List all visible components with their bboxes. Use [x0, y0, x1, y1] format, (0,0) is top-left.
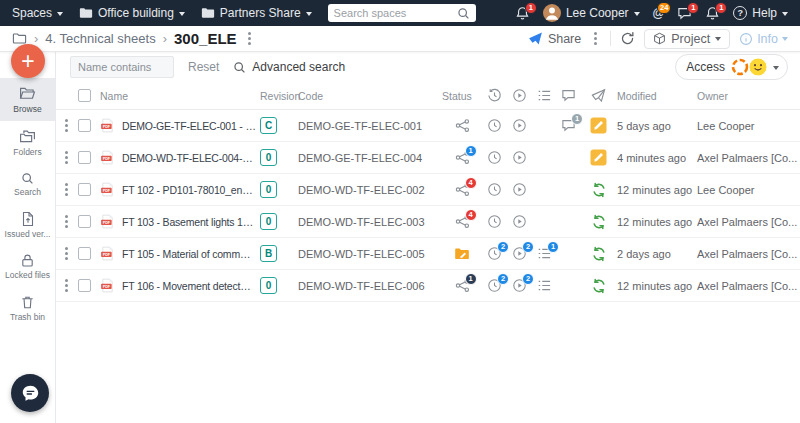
file-name[interactable]: DEMO-WD-TF-ELEC-004-FT 104...: [122, 152, 256, 164]
revision-badge[interactable]: C: [260, 117, 277, 134]
header-status[interactable]: Status: [442, 90, 482, 102]
file-name[interactable]: DEMO-GE-TF-ELEC-001 - FT 101...: [122, 120, 256, 132]
sidebar-item-folders[interactable]: Folders: [0, 121, 55, 164]
sync-workflow-icon[interactable]: [591, 214, 607, 230]
header-revision-history-icon[interactable]: [482, 88, 507, 103]
file-name[interactable]: FT 103 - Basement lights 1x28...: [122, 216, 256, 228]
header-checklist-icon[interactable]: [532, 88, 557, 103]
row-checkbox[interactable]: [78, 151, 91, 164]
revision-history-icon[interactable]: [487, 150, 502, 165]
info-button[interactable]: Info: [739, 32, 788, 46]
file-name[interactable]: FT 105 - Material of common ta...: [122, 248, 256, 260]
workflow-icon[interactable]: [512, 118, 527, 133]
header-revision[interactable]: Revision: [260, 90, 298, 102]
name-filter-input[interactable]: [70, 56, 174, 78]
row-checkbox[interactable]: [78, 215, 91, 228]
sidebar-item-trash-bin[interactable]: Trash bin: [0, 288, 55, 329]
status-flow-icon[interactable]: 1: [455, 150, 470, 165]
project-view-button[interactable]: Project: [644, 29, 730, 49]
row-checkbox[interactable]: [78, 279, 91, 292]
select-all-checkbox[interactable]: [78, 89, 91, 102]
workflow-icon[interactable]: 2: [512, 278, 527, 293]
table-row[interactable]: PDFFT 103 - Basement lights 1x28...0DEMO…: [56, 206, 800, 238]
spaces-search-box[interactable]: [328, 4, 476, 22]
comments-icon[interactable]: 1: [561, 118, 576, 133]
reset-button[interactable]: Reset: [188, 60, 219, 74]
alerts-bell-button[interactable]: 1: [705, 6, 720, 21]
status-flow-icon[interactable]: 4: [455, 214, 470, 229]
workflow-icon[interactable]: [512, 214, 527, 229]
notifications-bell-button[interactable]: 1: [515, 6, 530, 21]
row-menu-button[interactable]: [56, 181, 76, 198]
status-flow-icon[interactable]: [455, 118, 470, 133]
table-row[interactable]: PDFDEMO-GE-TF-ELEC-001 - FT 101...CDEMO-…: [56, 110, 800, 142]
checklist-icon[interactable]: 1: [537, 246, 552, 261]
status-flow-icon[interactable]: 4: [455, 182, 470, 197]
refresh-button[interactable]: [620, 31, 635, 46]
add-document-button[interactable]: +: [11, 44, 45, 78]
row-menu-button[interactable]: [56, 149, 76, 166]
revision-badge[interactable]: 0: [260, 277, 277, 294]
space-selector[interactable]: Office building: [79, 6, 185, 20]
workflow-icon[interactable]: [512, 150, 527, 165]
revision-history-icon[interactable]: [487, 214, 502, 229]
help-menu[interactable]: ? Help: [733, 6, 788, 20]
sync-workflow-icon[interactable]: [591, 246, 607, 262]
mentions-button[interactable]: @ 24: [653, 6, 665, 21]
sidebar-item-search[interactable]: Search: [0, 165, 55, 204]
table-row[interactable]: PDFDEMO-WD-TF-ELEC-004-FT 104...0DEMO-GE…: [56, 142, 800, 174]
user-menu[interactable]: Lee Cooper: [543, 4, 640, 22]
row-checkbox[interactable]: [78, 119, 91, 132]
revision-history-icon[interactable]: [487, 118, 502, 133]
edit-draft-icon[interactable]: [590, 117, 607, 134]
shared-space-selector[interactable]: Partners Share: [201, 6, 312, 20]
revision-badge[interactable]: 0: [260, 213, 277, 230]
advanced-search-button[interactable]: Advanced search: [233, 60, 345, 74]
row-menu-button[interactable]: [56, 213, 76, 230]
table-row[interactable]: PDFFT 105 - Material of common ta...BDEM…: [56, 238, 800, 270]
edit-draft-icon[interactable]: [590, 149, 607, 166]
file-name[interactable]: FT 106 - Movement detector Pa...: [122, 280, 256, 292]
sync-workflow-icon[interactable]: [591, 182, 607, 198]
row-menu-button[interactable]: [56, 277, 76, 294]
checklist-icon[interactable]: [537, 278, 552, 293]
sidebar-item-locked-files[interactable]: Locked files: [0, 246, 55, 287]
revision-badge[interactable]: B: [260, 245, 277, 262]
workflow-icon[interactable]: 2: [512, 246, 527, 261]
row-checkbox[interactable]: [78, 183, 91, 196]
row-menu-button[interactable]: [56, 117, 76, 134]
workflow-icon[interactable]: [512, 182, 527, 197]
draft-status-icon[interactable]: [454, 246, 470, 262]
support-chat-button[interactable]: [11, 374, 49, 412]
spaces-menu[interactable]: Spaces: [12, 6, 63, 20]
table-row[interactable]: PDFFT 106 - Movement detector Pa...0DEMO…: [56, 270, 800, 302]
revision-history-icon[interactable]: 2: [487, 246, 502, 261]
sync-workflow-icon[interactable]: [591, 278, 607, 294]
revision-history-icon[interactable]: 2: [487, 278, 502, 293]
breadcrumb-parent-link[interactable]: 4. Technical sheets: [45, 31, 155, 46]
folder-menu-button[interactable]: [244, 30, 255, 47]
revision-history-icon[interactable]: [487, 182, 502, 197]
spaces-search-input[interactable]: [334, 7, 453, 19]
share-button[interactable]: Share: [528, 31, 581, 46]
status-flow-icon[interactable]: 1: [455, 278, 470, 293]
header-name[interactable]: Name: [100, 90, 260, 102]
header-workflow-icon[interactable]: [507, 88, 532, 103]
revision-badge[interactable]: 0: [260, 181, 277, 198]
messages-button[interactable]: 1: [677, 6, 692, 21]
header-modified[interactable]: Modified: [617, 90, 697, 102]
access-button[interactable]: Access: [675, 54, 788, 80]
more-actions-menu[interactable]: [590, 30, 601, 47]
row-checkbox-cell: [76, 215, 100, 228]
sidebar-item-issued-versions[interactable]: Issued ver...: [0, 204, 55, 246]
file-name[interactable]: FT 102 - PD101-78010_engb.pdf: [122, 184, 256, 196]
revision-badge[interactable]: 0: [260, 149, 277, 166]
sidebar-item-browse[interactable]: Browse: [0, 78, 55, 121]
header-owner[interactable]: Owner: [697, 90, 800, 102]
header-notify-icon[interactable]: [580, 88, 617, 103]
header-comments-icon[interactable]: [557, 88, 580, 103]
row-menu-button[interactable]: [56, 245, 76, 262]
row-checkbox[interactable]: [78, 247, 91, 260]
header-code[interactable]: Code: [298, 90, 442, 102]
table-row[interactable]: PDFFT 102 - PD101-78010_engb.pdf0DEMO-WD…: [56, 174, 800, 206]
